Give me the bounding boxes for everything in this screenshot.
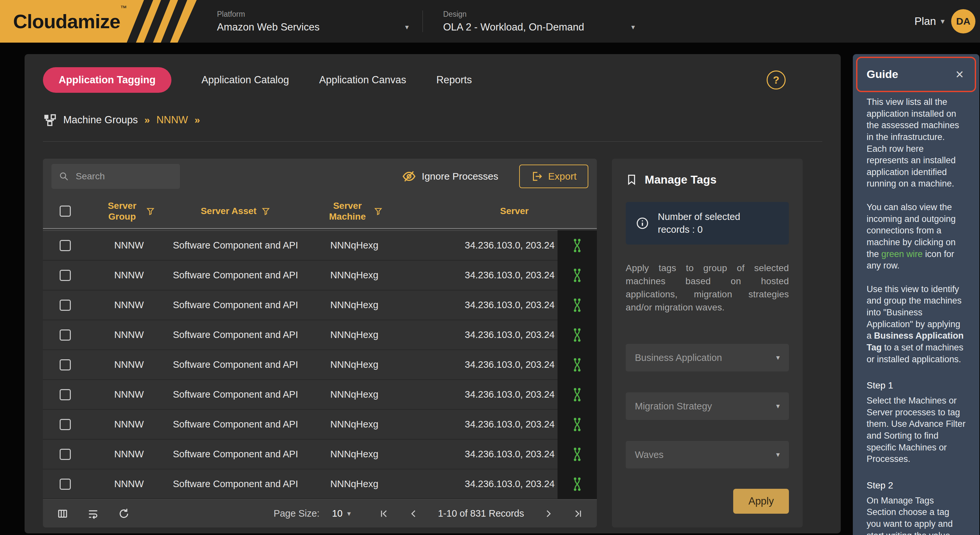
breadcrumb-current-group[interactable]: NNNW — [156, 114, 188, 126]
chevron-down-icon: ▾ — [776, 403, 780, 410]
search-box — [51, 164, 180, 189]
table-row: NNNW Software Component and API NNNqHexg… — [43, 380, 597, 410]
connections-cell — [557, 469, 597, 499]
tab-application-catalog[interactable]: Application Catalog — [202, 74, 289, 86]
help-icon[interactable]: ? — [767, 70, 786, 89]
guide-body: This view lists all the application inst… — [853, 92, 979, 535]
cell-server-asset: Software Component and API — [171, 299, 300, 310]
apply-button[interactable]: Apply — [733, 489, 789, 514]
tab-application-tagging[interactable]: Application Tagging — [43, 67, 172, 93]
design-select[interactable]: Design OLA 2 - Workload, On-Demand ▾ — [443, 10, 635, 33]
waves-select[interactable]: Waves ▾ — [626, 441, 789, 468]
table-row: NNNW Software Component and API NNNqHexg… — [43, 470, 597, 499]
plan-menu[interactable]: Plan ▾ — [915, 15, 945, 27]
cloudamize-logo[interactable]: Cloudamize™ — [0, 0, 197, 43]
design-label: Design — [443, 10, 635, 19]
row-checkbox[interactable] — [60, 449, 71, 460]
row-checkbox[interactable] — [60, 479, 71, 490]
columns-icon[interactable] — [57, 508, 68, 520]
selected-records-text: Number of selected records : 0 — [658, 210, 759, 236]
column-header-server-group: Server Group — [87, 200, 171, 222]
header-separator — [43, 228, 597, 231]
records-count: 1-10 of 831 Records — [438, 508, 524, 519]
filter-icon[interactable] — [146, 207, 155, 216]
machine-groups-icon — [43, 113, 57, 127]
bookmark-icon — [626, 174, 638, 186]
platform-select[interactable]: Platform Amazon Web Services ▾ — [217, 10, 409, 33]
migration-strategy-select[interactable]: Migration Strategy ▾ — [626, 392, 789, 420]
first-page-icon[interactable] — [379, 508, 390, 519]
cell-server-ips: 34.236.103.0, 203.24 — [408, 449, 557, 460]
page-size-select[interactable]: 10 ▾ — [332, 508, 351, 519]
wire-icon[interactable] — [572, 477, 583, 492]
close-icon[interactable]: × — [955, 70, 964, 79]
logo-text: Cloudamize™ — [13, 10, 127, 33]
cell-server-ips: 34.236.103.0, 203.24 — [408, 419, 557, 430]
business-application-select[interactable]: Business Application ▾ — [626, 344, 789, 371]
ignore-processes-label: Ignore Processes — [422, 171, 498, 182]
row-checkbox[interactable] — [60, 299, 71, 311]
row-checkbox[interactable] — [60, 359, 71, 371]
user-avatar[interactable]: DA — [951, 9, 975, 33]
export-button[interactable]: Export — [519, 164, 588, 188]
green-wire-text: green wire — [881, 249, 923, 259]
design-value: OLA 2 - Workload, On-Demand — [443, 21, 584, 33]
wire-icon[interactable] — [572, 357, 583, 373]
logo-stripes-decoration — [135, 0, 179, 43]
row-checkbox[interactable] — [60, 240, 71, 251]
wire-icon[interactable] — [572, 298, 583, 313]
cell-server-machine: NNNqHexg — [300, 240, 408, 251]
cell-server-machine: NNNqHexg — [300, 479, 408, 489]
breadcrumb-separator: » — [195, 115, 200, 126]
cell-server-group: NNNW — [87, 419, 171, 430]
eye-off-icon — [402, 169, 416, 183]
row-checkbox[interactable] — [60, 270, 71, 281]
selected-records-info: Number of selected records : 0 — [626, 202, 789, 245]
guide-header: Guide × — [853, 54, 979, 92]
search-input[interactable] — [75, 171, 195, 182]
pagination: 1-10 of 831 Records — [379, 508, 583, 519]
chevron-down-icon: ▾ — [776, 451, 780, 458]
wire-icon[interactable] — [572, 328, 583, 342]
wire-icon[interactable] — [572, 387, 583, 402]
row-checkbox[interactable] — [60, 419, 71, 430]
chevron-down-icon: ▾ — [347, 510, 351, 517]
cell-server-machine: NNNqHexg — [300, 449, 408, 460]
ignore-processes-button[interactable]: Ignore Processes — [402, 169, 498, 183]
wire-icon[interactable] — [572, 268, 583, 283]
tab-application-canvas[interactable]: Application Canvas — [319, 74, 406, 86]
page-size-label: Page Size: — [274, 508, 320, 519]
refresh-icon[interactable] — [118, 508, 130, 520]
manage-tags-description: Apply tags to group of selected machines… — [626, 261, 789, 314]
next-page-icon[interactable] — [543, 508, 554, 519]
connections-cell — [557, 260, 597, 290]
connections-cell — [557, 380, 597, 409]
guide-step2-text: On Manage Tags Section choose a tag you … — [867, 495, 966, 535]
last-page-icon[interactable] — [573, 508, 583, 519]
filter-icon[interactable] — [261, 207, 270, 216]
prev-page-icon[interactable] — [408, 508, 419, 519]
guide-paragraph: You can also view the incoming and outgo… — [867, 202, 966, 272]
table-header-row: Server Group Server Asset Server Machine — [43, 194, 597, 228]
cell-server-group: NNNW — [87, 270, 171, 280]
tab-reports[interactable]: Reports — [436, 74, 472, 86]
filter-icon[interactable] — [374, 207, 383, 216]
cell-server-ips: 34.236.103.0, 203.24 — [408, 479, 557, 489]
guide-paragraph: This view lists all the application inst… — [867, 96, 966, 190]
table-row: NNNW Software Component and API NNNqHexg… — [43, 320, 597, 350]
wire-icon[interactable] — [572, 417, 583, 432]
cell-server-asset: Software Component and API — [171, 419, 300, 430]
wire-icon[interactable] — [572, 447, 583, 462]
select-all-checkbox[interactable] — [60, 205, 71, 217]
breadcrumb-machine-groups[interactable]: Machine Groups — [63, 114, 138, 126]
connections-cell — [557, 320, 597, 350]
cell-server-machine: NNNqHexg — [300, 299, 408, 310]
cell-server-asset: Software Component and API — [171, 330, 300, 340]
chevron-down-icon: ▾ — [405, 24, 409, 31]
cell-server-group: NNNW — [87, 330, 171, 340]
row-checkbox[interactable] — [60, 330, 71, 341]
cell-server-asset: Software Component and API — [171, 449, 300, 460]
wire-icon[interactable] — [572, 238, 583, 253]
row-checkbox[interactable] — [60, 389, 71, 400]
wrap-text-icon[interactable] — [87, 508, 99, 520]
